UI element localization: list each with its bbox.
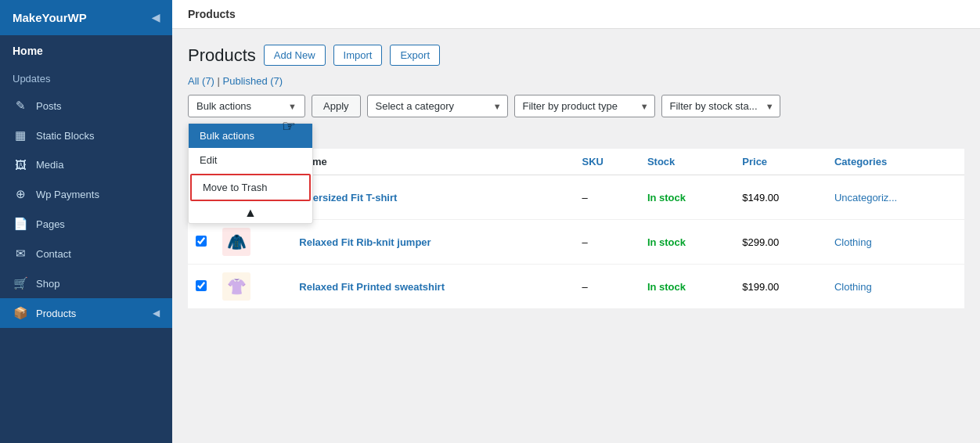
row1-product-link[interactable]: Oversized Fit T-shirt [299, 192, 397, 203]
row2-checkbox-cell [188, 220, 214, 265]
row2-thumb: 🧥 [214, 220, 291, 265]
pages-icon: 📄 [13, 217, 28, 231]
import-button[interactable]: Import [333, 45, 383, 66]
row2-stock: In stock [640, 220, 734, 265]
brand-name: MakeYourWP [13, 11, 87, 24]
row3-price: $199.00 [734, 265, 827, 309]
bulk-actions-button[interactable]: Bulk actions ▼ [188, 95, 305, 117]
row1-name-cell: Oversized Fit T-shirt [291, 175, 574, 220]
bulk-actions-chevron-icon: ▼ [288, 102, 297, 111]
sidebar-item-media[interactable]: 🖼 Media [0, 150, 172, 179]
sidebar-item-updates[interactable]: Updates [0, 67, 172, 91]
row2-price: $299.00 [734, 220, 827, 265]
dropdown-item-bulk-actions[interactable]: Bulk actions [189, 124, 312, 148]
row2-product-link[interactable]: Relaxed Fit Rib-knit jumper [299, 236, 431, 248]
sidebar: MakeYourWP ◀ Home Updates ✎ Posts ▦ Stat… [0, 0, 172, 443]
stock-filter-select[interactable]: Filter by stock sta... [661, 95, 780, 117]
content-area: Products Add New Import Export All (7) |… [172, 29, 980, 443]
row2-thumbnail: 🧥 [222, 228, 250, 256]
static-blocks-icon: ▦ [13, 128, 28, 142]
main-content: Products Products Add New Import Export … [172, 0, 980, 443]
page-title: Products [188, 45, 256, 66]
dropdown-item-move-to-trash[interactable]: Move to Trash [190, 174, 311, 201]
filter-links: All (7) | Published (7) [188, 75, 964, 87]
up-arrow-icon: ▲ [244, 206, 257, 219]
posts-icon: ✎ [13, 99, 28, 113]
col-price-header[interactable]: Price [734, 149, 827, 175]
row2-category: Clothing [827, 220, 964, 265]
filter-published-link[interactable]: Published (7) [223, 75, 283, 87]
row1-sku: – [575, 175, 640, 220]
row3-sku: – [575, 265, 640, 309]
category-select-wrapper: Select a category ▼ [367, 95, 508, 117]
bulk-actions-dropdown: Bulk actions Edit Move to Trash ▲ [188, 123, 313, 224]
row1-category: Uncategoriz... [827, 175, 964, 220]
sidebar-item-home[interactable]: Home [0, 35, 172, 67]
sidebar-item-contact[interactable]: ✉ Contact [0, 239, 172, 268]
sidebar-brand[interactable]: MakeYourWP ◀ [0, 0, 172, 35]
brand-chevron-icon: ◀ [152, 12, 160, 23]
row2-checkbox[interactable] [196, 236, 207, 247]
row3-category: Clothing [827, 265, 964, 309]
sidebar-item-shop[interactable]: 🛒 Shop [0, 268, 172, 298]
sidebar-item-pages[interactable]: 📄 Pages [0, 209, 172, 239]
filter-all-link[interactable]: All (7) [188, 75, 214, 87]
row2-sku: – [575, 220, 640, 265]
row3-name-cell: Relaxed Fit Printed sweatshirt [291, 265, 574, 309]
sidebar-item-static-blocks[interactable]: ▦ Static Blocks [0, 121, 172, 150]
topbar-title: Products [188, 8, 236, 20]
col-categories-header[interactable]: Categories [827, 149, 964, 175]
category-select[interactable]: Select a category [367, 95, 508, 117]
row2-name-cell: Relaxed Fit Rib-knit jumper [291, 220, 574, 265]
table-row: 👚 Relaxed Fit Printed sweatshirt – In st… [188, 265, 964, 309]
stock-filter-select-wrapper: Filter by stock sta... ▼ [661, 95, 780, 117]
products-chevron-icon: ◀ [153, 308, 160, 319]
dropdown-item-edit[interactable]: Edit [189, 148, 312, 172]
row3-thumbnail: 👚 [222, 272, 250, 301]
row3-checkbox[interactable] [196, 280, 207, 291]
page-header: Products Add New Import Export [188, 45, 964, 66]
row3-stock: In stock [640, 265, 734, 309]
shop-icon: 🛒 [13, 276, 28, 290]
row3-product-link[interactable]: Relaxed Fit Printed sweatshirt [299, 281, 445, 293]
product-type-select-wrapper: Filter by product type ▼ [514, 95, 655, 117]
add-new-button[interactable]: Add New [264, 45, 326, 66]
row3-thumb: 👚 [214, 265, 291, 309]
export-button[interactable]: Export [390, 45, 440, 66]
sidebar-item-wp-payments[interactable]: ⊕ Wp Payments [0, 179, 172, 209]
bulk-actions-wrapper: Bulk actions ▼ Bulk actions Edit Move to… [188, 95, 305, 117]
products-icon: 📦 [13, 306, 28, 320]
col-sku-header[interactable]: SKU [575, 149, 640, 175]
media-icon: 🖼 [13, 158, 28, 171]
col-name-header[interactable]: Name [291, 149, 574, 175]
col-stock-header[interactable]: Stock [640, 149, 734, 175]
row3-checkbox-cell [188, 265, 214, 309]
table-row: 🧥 Relaxed Fit Rib-knit jumper – In stock… [188, 220, 964, 265]
topbar: Products [172, 0, 980, 29]
product-type-select[interactable]: Filter by product type [514, 95, 655, 117]
sidebar-item-posts[interactable]: ✎ Posts [0, 91, 172, 121]
apply-button[interactable]: Apply [312, 95, 361, 117]
toolbar: Bulk actions ▼ Bulk actions Edit Move to… [188, 95, 964, 117]
sidebar-item-products[interactable]: 📦 Products ◀ [0, 298, 172, 328]
row1-price: $149.00 [734, 175, 827, 220]
contact-icon: ✉ [13, 247, 28, 261]
wp-payments-icon: ⊕ [13, 187, 28, 201]
row1-stock: In stock [640, 175, 734, 220]
